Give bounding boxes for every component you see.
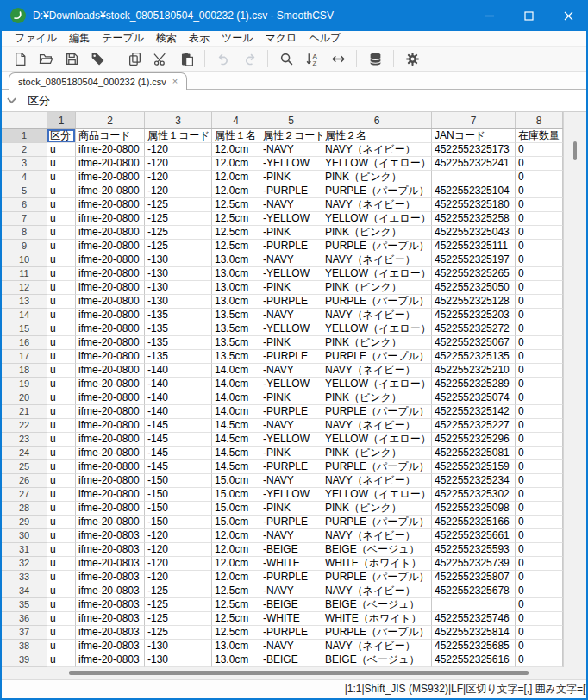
grid-cell[interactable]: u <box>47 447 76 460</box>
grid-cell[interactable]: u <box>47 212 76 226</box>
grid-cell[interactable]: -PURPLE <box>260 516 322 529</box>
grid-cell[interactable]: 4522552325746 <box>432 612 516 626</box>
row-header-25[interactable]: 25 <box>2 460 47 474</box>
grid-cell[interactable]: u <box>47 640 76 653</box>
grid-cell[interactable]: u <box>47 336 76 350</box>
grid-cell[interactable]: -145 <box>145 433 212 447</box>
grid-cell[interactable]: 4522552325678 <box>432 584 516 598</box>
grid-cell[interactable]: -YELLOW <box>260 378 322 391</box>
grid-cell[interactable]: -WHITE <box>260 612 322 626</box>
grid-cell[interactable]: 13.5cm <box>212 322 260 336</box>
grid-cell[interactable]: -140 <box>145 364 212 378</box>
grid-cell[interactable]: u <box>47 626 76 640</box>
grid-cell[interactable]: 0 <box>516 433 563 447</box>
row-header-9[interactable]: 9 <box>2 240 47 253</box>
grid-cell[interactable]: u <box>47 281 76 295</box>
grid-cell[interactable]: 12.5cm <box>212 212 260 226</box>
grid-cell[interactable]: 0 <box>516 309 563 322</box>
row-header-10[interactable]: 10 <box>2 253 47 267</box>
fit-width-button[interactable] <box>325 47 351 70</box>
grid-cell[interactable]: 14.0cm <box>212 364 260 378</box>
grid-cell[interactable]: 12.0cm <box>212 157 260 171</box>
grid-cell[interactable]: 14.5cm <box>212 460 260 474</box>
grid-cell[interactable]: ifme-20-0800 <box>76 516 145 529</box>
grid-cell[interactable]: -135 <box>145 336 212 350</box>
row-header-26[interactable]: 26 <box>2 474 47 488</box>
grid-cell[interactable]: JANコード <box>432 129 516 143</box>
grid-cell[interactable]: u <box>47 267 76 281</box>
grid-cell[interactable]: PINK（ピンク） <box>322 281 432 295</box>
grid-cell[interactable]: PINK（ピンク） <box>322 391 432 405</box>
grid-cell[interactable]: ifme-20-0800 <box>76 226 145 240</box>
grid-cell[interactable]: u <box>47 612 76 626</box>
grid-cell[interactable]: ifme-20-0803 <box>76 626 145 640</box>
grid-cell[interactable]: ifme-20-0800 <box>76 447 145 460</box>
horizontal-scrollbar[interactable] <box>2 667 586 679</box>
grid-cell[interactable]: u <box>47 171 76 184</box>
grid-cell[interactable]: ifme-20-0803 <box>76 612 145 626</box>
grid-cell[interactable]: 13.0cm <box>212 640 260 653</box>
row-header-12[interactable]: 12 <box>2 281 47 295</box>
grid-cell[interactable]: 0 <box>516 281 563 295</box>
grid-cell[interactable]: 4522552325180 <box>432 198 516 212</box>
grid-cell[interactable]: 0 <box>516 488 563 502</box>
grid-cell[interactable]: 4522552325173 <box>432 143 516 157</box>
grid-cell[interactable]: ifme-20-0800 <box>76 350 145 364</box>
grid-cell[interactable]: 4522552325104 <box>432 184 516 198</box>
row-header-31[interactable]: 31 <box>2 543 47 557</box>
grid-cell[interactable]: 14.0cm <box>212 378 260 391</box>
grid-cell[interactable]: 13.5cm <box>212 350 260 364</box>
grid-cell[interactable]: -PURPLE <box>260 350 322 364</box>
column-header-4[interactable]: 4 <box>212 112 260 128</box>
grid-cell[interactable]: u <box>47 433 76 447</box>
grid-cell[interactable]: ifme-20-0800 <box>76 391 145 405</box>
column-header-1[interactable]: 1 <box>47 112 76 128</box>
grid-cell[interactable]: -135 <box>145 309 212 322</box>
grid-cell[interactable]: ifme-20-0800 <box>76 281 145 295</box>
menu-item-help[interactable]: ヘルプ <box>303 31 347 46</box>
grid-cell[interactable]: NAVY（ネイビー） <box>322 640 432 653</box>
row-header-34[interactable]: 34 <box>2 584 47 598</box>
grid-cell[interactable]: -YELLOW <box>260 267 322 281</box>
row-header-27[interactable]: 27 <box>2 488 47 502</box>
row-header-1[interactable]: 1 <box>2 129 47 143</box>
grid-cell[interactable]: -YELLOW <box>260 433 322 447</box>
grid-cell[interactable]: 4522552325739 <box>432 557 516 571</box>
grid-cell[interactable]: u <box>47 240 76 253</box>
row-header-29[interactable]: 29 <box>2 516 47 529</box>
grid-cell[interactable]: -135 <box>145 322 212 336</box>
grid-cell[interactable]: 0 <box>516 198 563 212</box>
grid-cell[interactable]: -145 <box>145 447 212 460</box>
grid-cell[interactable]: 12.0cm <box>212 171 260 184</box>
sort-az-button[interactable]: AZ <box>299 47 325 70</box>
grid-cell[interactable]: u <box>47 502 76 516</box>
row-header-32[interactable]: 32 <box>2 557 47 571</box>
grid-cell[interactable]: -150 <box>145 488 212 502</box>
grid-cell[interactable]: ifme-20-0803 <box>76 584 145 598</box>
grid-cell[interactable]: u <box>47 598 76 612</box>
grid-cell[interactable]: -145 <box>145 460 212 474</box>
row-header-5[interactable]: 5 <box>2 184 47 198</box>
save-button[interactable] <box>59 47 84 70</box>
grid-cell[interactable]: u <box>47 474 76 488</box>
grid-cell[interactable]: 14.0cm <box>212 405 260 419</box>
grid-cell[interactable]: ifme-20-0800 <box>76 171 145 184</box>
grid-cell[interactable]: u <box>47 143 76 157</box>
grid-cell[interactable]: 4522552325289 <box>432 378 516 391</box>
grid-cell[interactable]: -140 <box>145 405 212 419</box>
grid-cell[interactable]: -120 <box>145 157 212 171</box>
grid-cell[interactable]: -PURPLE <box>260 184 322 198</box>
grid-cell[interactable]: ifme-20-0803 <box>76 653 145 667</box>
grid-cell[interactable]: ifme-20-0800 <box>76 295 145 309</box>
grid-cell[interactable]: 0 <box>516 460 563 474</box>
vertical-scrollbar[interactable] <box>563 112 586 667</box>
grid-cell[interactable]: 15.0cm <box>212 488 260 502</box>
grid-cell[interactable]: PURPLE（パープル） <box>322 405 432 419</box>
grid-cell[interactable]: -130 <box>145 267 212 281</box>
grid-cell[interactable]: 0 <box>516 447 563 460</box>
grid-cell[interactable]: ifme-20-0800 <box>76 460 145 474</box>
row-header-30[interactable]: 30 <box>2 529 47 543</box>
row-header-24[interactable]: 24 <box>2 447 47 460</box>
grid-cell[interactable]: 4522552325241 <box>432 157 516 171</box>
grid-cell[interactable]: ifme-20-0800 <box>76 419 145 433</box>
